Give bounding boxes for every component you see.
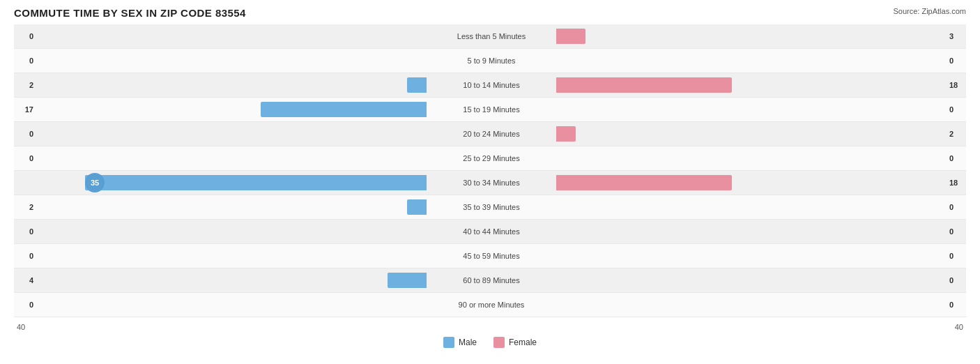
male-bar <box>388 273 427 288</box>
female-legend-label: Female <box>509 338 537 347</box>
bar-row: 1715 to 19 Minutes0 <box>14 98 966 122</box>
female-value: 0 <box>949 203 969 211</box>
center-label: 30 to 34 Minutes <box>427 179 556 187</box>
center-label: 40 to 44 Minutes <box>427 227 556 236</box>
bar-row: 040 to 44 Minutes0 <box>14 220 966 244</box>
male-bar <box>407 199 427 215</box>
left-side: 0 <box>14 49 427 73</box>
center-label: 90 or more Minutes <box>427 301 556 309</box>
right-side: 0 <box>556 220 969 243</box>
center-label: 35 to 39 Minutes <box>427 203 556 211</box>
male-value: 0 <box>14 301 33 309</box>
female-value: 2 <box>949 130 969 138</box>
left-side: 17 <box>14 98 427 121</box>
male-circle-label: 35 <box>85 173 105 192</box>
left-side: 2 <box>14 195 427 219</box>
legend: Male Female <box>14 337 966 348</box>
male-legend-box <box>443 337 454 348</box>
male-bar <box>407 77 427 93</box>
female-value: 0 <box>949 276 969 285</box>
female-value: 0 <box>949 56 969 65</box>
female-bar <box>556 126 576 142</box>
legend-male: Male <box>443 337 477 348</box>
center-label: 10 to 14 Minutes <box>427 81 556 89</box>
left-side: 0 <box>14 220 427 243</box>
male-value: 0 <box>14 130 33 138</box>
right-side: 0 <box>556 49 969 73</box>
center-label: 45 to 59 Minutes <box>427 252 556 260</box>
right-side: 3 <box>556 24 969 48</box>
header: COMMUTE TIME BY SEX IN ZIP CODE 83554 So… <box>14 7 966 19</box>
bar-row: 235 to 39 Minutes0 <box>14 195 966 220</box>
axis-left-label: 40 <box>14 323 427 331</box>
bar-row: 353530 to 34 Minutes18 <box>14 171 966 195</box>
left-side: 4 <box>14 268 427 292</box>
bar-row: 020 to 24 Minutes2 <box>14 122 966 146</box>
right-side: 0 <box>556 195 969 219</box>
male-bar: 35 <box>85 175 427 190</box>
bar-row: 0Less than 5 Minutes3 <box>14 24 966 49</box>
male-value: 0 <box>14 227 33 236</box>
male-value: 0 <box>14 32 33 40</box>
chart-area: 0Less than 5 Minutes305 to 9 Minutes0210… <box>14 24 966 317</box>
right-side: 0 <box>556 293 969 317</box>
right-side: 0 <box>556 244 969 268</box>
male-value: 0 <box>14 252 33 260</box>
female-bar <box>556 77 732 93</box>
center-label: Less than 5 Minutes <box>427 32 556 40</box>
female-value: 3 <box>949 32 969 40</box>
female-value: 0 <box>949 301 969 309</box>
right-side: 0 <box>556 268 969 292</box>
left-side: 0 <box>14 122 427 146</box>
left-side: 2 <box>14 73 427 97</box>
male-value: 4 <box>14 276 33 285</box>
female-value: 0 <box>949 154 969 162</box>
chart-title: COMMUTE TIME BY SEX IN ZIP CODE 83554 <box>14 7 246 19</box>
source-text: Source: ZipAtlas.com <box>893 7 966 15</box>
left-side: 0 <box>14 293 427 317</box>
female-legend-box <box>493 337 505 348</box>
male-value: 0 <box>14 154 33 162</box>
male-value: 2 <box>14 203 33 211</box>
male-legend-label: Male <box>459 338 477 347</box>
female-bar <box>556 29 585 44</box>
center-label: 15 to 19 Minutes <box>427 105 556 114</box>
bar-row: 460 to 89 Minutes0 <box>14 268 966 293</box>
bar-row: 025 to 29 Minutes0 <box>14 146 966 171</box>
female-value: 18 <box>949 81 969 89</box>
male-value: 17 <box>14 105 33 114</box>
male-bar <box>261 102 427 117</box>
bar-row: 210 to 14 Minutes18 <box>14 73 966 98</box>
right-side: 2 <box>556 122 969 146</box>
female-value: 18 <box>949 179 969 187</box>
left-side: 0 <box>14 146 427 170</box>
axis-right-label: 40 <box>553 323 966 331</box>
male-value: 0 <box>14 56 33 65</box>
axis-row: 40 40 <box>14 320 966 334</box>
female-value: 0 <box>949 105 969 114</box>
female-bar <box>556 175 732 190</box>
center-label: 25 to 29 Minutes <box>427 154 556 162</box>
right-side: 0 <box>556 98 969 121</box>
left-side: 0 <box>14 24 427 48</box>
bar-row: 05 to 9 Minutes0 <box>14 49 966 73</box>
bar-row: 090 or more Minutes0 <box>14 293 966 317</box>
male-value: 2 <box>14 81 33 89</box>
female-value: 0 <box>949 227 969 236</box>
female-value: 0 <box>949 252 969 260</box>
left-side: 3535 <box>14 171 427 195</box>
bar-row: 045 to 59 Minutes0 <box>14 244 966 268</box>
center-label: 20 to 24 Minutes <box>427 130 556 138</box>
right-side: 18 <box>556 171 969 195</box>
center-label: 60 to 89 Minutes <box>427 276 556 285</box>
legend-female: Female <box>493 337 537 348</box>
center-label: 5 to 9 Minutes <box>427 56 556 65</box>
right-side: 0 <box>556 146 969 170</box>
right-side: 18 <box>556 73 969 97</box>
left-side: 0 <box>14 244 427 268</box>
